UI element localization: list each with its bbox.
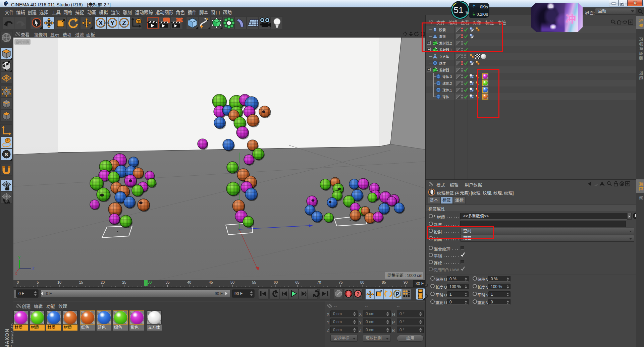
- svg-text:0K/s: 0K/s: [480, 5, 488, 9]
- svg-text:Y: Y: [18, 255, 21, 259]
- svg-text:0.2K/s: 0.2K/s: [477, 12, 488, 17]
- svg-text:85: 85: [382, 280, 386, 284]
- svg-text:90: 90: [404, 280, 408, 284]
- svg-text:90 F: 90 F: [215, 291, 223, 296]
- svg-text:0 F: 0 F: [18, 291, 24, 296]
- svg-text:35: 35: [165, 280, 169, 284]
- svg-text:Z: Z: [122, 19, 126, 26]
- svg-text:10: 10: [57, 280, 61, 284]
- svg-text:40: 40: [187, 280, 191, 284]
- svg-text:自动切换: 自动切换: [16, 40, 29, 44]
- svg-text:70: 70: [317, 280, 321, 284]
- svg-text:0: 0: [17, 280, 19, 284]
- svg-text:0 F: 0 F: [46, 291, 52, 296]
- svg-text:30 F: 30 F: [416, 281, 424, 286]
- svg-text:%: %: [466, 10, 469, 14]
- svg-text:5: 5: [37, 280, 39, 284]
- svg-text:20: 20: [101, 280, 105, 284]
- svg-text:50: 50: [230, 280, 234, 284]
- svg-text:55: 55: [252, 280, 256, 284]
- svg-text:45: 45: [209, 280, 213, 284]
- svg-text:15: 15: [79, 280, 83, 284]
- svg-text:90 F: 90 F: [234, 291, 243, 296]
- svg-text:75: 75: [338, 280, 342, 284]
- svg-text:30: 30: [148, 280, 152, 284]
- svg-text:S: S: [5, 152, 8, 157]
- svg-text:60: 60: [274, 280, 278, 284]
- svg-text:25: 25: [122, 280, 126, 284]
- svg-text:X: X: [633, 0, 637, 6]
- svg-text:P: P: [395, 291, 399, 297]
- svg-text:X: X: [15, 272, 17, 276]
- svg-text:?: ?: [356, 291, 359, 297]
- svg-text:51: 51: [454, 5, 464, 15]
- svg-text:65: 65: [295, 280, 299, 284]
- svg-text:网格间距 : 1000 cm: 网格间距 : 1000 cm: [387, 273, 422, 278]
- svg-text:X: X: [99, 19, 103, 26]
- svg-text:Y: Y: [110, 19, 115, 26]
- svg-text:80: 80: [360, 280, 364, 284]
- svg-text:Z: Z: [32, 267, 35, 271]
